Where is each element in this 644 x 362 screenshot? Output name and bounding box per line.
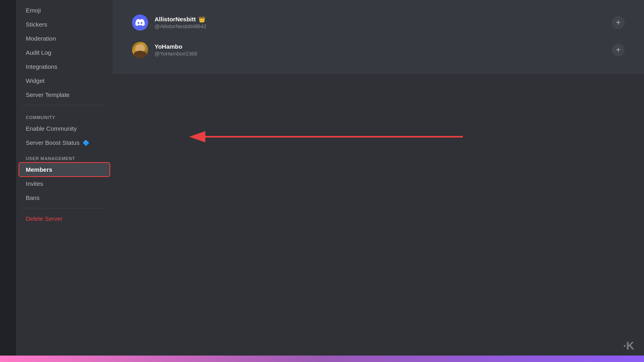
sidebar-item-emoji-label: Emoji [26,7,41,14]
user-list-item: YoHambo @YoHambo#2368 + [126,37,631,63]
sidebar-item-delete-server[interactable]: Delete Server [19,212,109,225]
sidebar-item-stickers[interactable]: Stickers [19,18,109,31]
user-info-yohambo: YoHambo @YoHambo#2368 [155,43,612,57]
sidebar-item-server-template-label: Server Template [26,91,70,98]
sidebar-item-enable-community-label: Enable Community [26,125,77,132]
sidebar-item-stickers-label: Stickers [26,21,47,28]
sidebar-item-moderation-label: Moderation [26,35,56,42]
sidebar-item-integrations-label: Integrations [26,63,57,70]
user-list-item: AllistorNesbitt 👑 @AllistorNesbitt#8642 … [126,10,631,35]
sidebar: Emoji Stickers Moderation Audit Log Inte… [16,0,113,356]
avatar-allistornesbitt [132,14,148,31]
community-section-label: COMMUNITY [16,109,113,121]
add-user-button-yohambo[interactable]: + [612,43,625,56]
user-info-allistornesbitt: AllistorNesbitt 👑 @AllistorNesbitt#8642 [155,16,612,29]
watermark-logo: ·K [623,339,634,352]
bottom-bar [0,356,644,362]
boost-icon: 🔷 [83,140,89,146]
divider-danger [23,208,106,208]
sidebar-item-widget-label: Widget [26,77,45,84]
divider-community [23,105,106,105]
main-content: AllistorNesbitt 👑 @AllistorNesbitt#8642 … [113,0,644,74]
user-name-allistornesbitt: AllistorNesbitt 👑 [155,16,612,23]
server-list-panel [0,0,16,356]
sidebar-item-enable-community[interactable]: Enable Community [19,122,109,135]
sidebar-item-server-template[interactable]: Server Template [19,88,109,101]
sidebar-item-members-label: Members [26,166,52,173]
sidebar-item-bans-label: Bans [26,194,39,201]
sidebar-item-emoji[interactable]: Emoji [19,4,109,17]
user-tag-yohambo: @YoHambo#2368 [155,51,612,57]
add-user-button-allistornesbitt[interactable]: + [612,16,625,29]
sidebar-item-server-boost-status-label: Server Boost Status [26,139,79,146]
user-management-section-label: USER MANAGEMENT [16,150,113,162]
sidebar-item-audit-log-label: Audit Log [26,49,51,56]
sidebar-item-audit-log[interactable]: Audit Log [19,46,109,59]
sidebar-item-moderation[interactable]: Moderation [19,32,109,45]
sidebar-item-server-boost-status[interactable]: Server Boost Status 🔷 [19,136,109,149]
sidebar-item-invites[interactable]: Invites [19,177,109,190]
user-tag-allistornesbitt: @AllistorNesbitt#8642 [155,23,612,29]
sidebar-item-bans[interactable]: Bans [19,191,109,204]
sidebar-item-delete-server-label: Delete Server [26,215,63,222]
sidebar-item-widget[interactable]: Widget [19,74,109,87]
content-area: AllistorNesbitt 👑 @AllistorNesbitt#8642 … [113,0,644,356]
avatar-yohambo [132,42,148,58]
sidebar-item-members[interactable]: Members [19,163,109,176]
user-name-yohambo: YoHambo [155,43,612,50]
crown-icon: 👑 [198,16,205,23]
sidebar-item-integrations[interactable]: Integrations [19,60,109,73]
sidebar-item-invites-label: Invites [26,180,43,187]
